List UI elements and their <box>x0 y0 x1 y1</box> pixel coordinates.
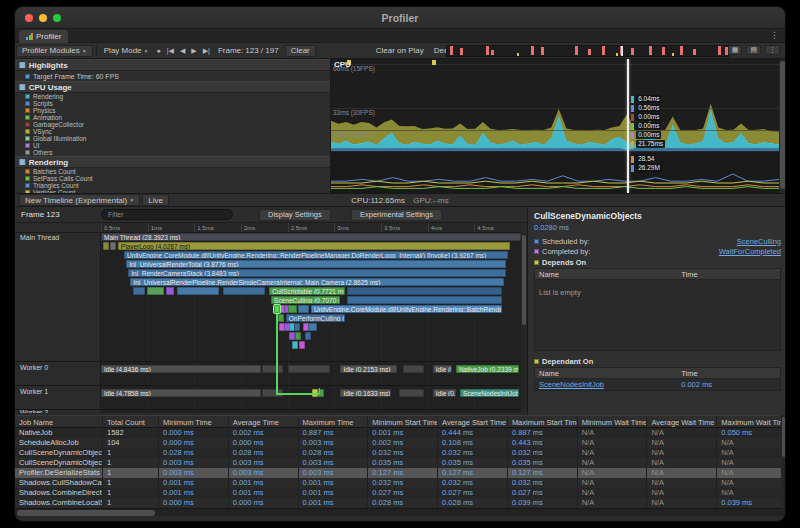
scrollbar-thumb[interactable] <box>782 417 786 457</box>
legend-item-batches-count[interactable]: Batches Count <box>15 168 330 175</box>
timeline-sample-cullscriptable-0-7721-m[interactable]: CullScriptable (0.7721 ms) <box>269 287 345 295</box>
rendering-chart[interactable] <box>331 151 779 193</box>
legend-item-physics[interactable]: Physics <box>15 107 330 114</box>
timeline-sample-inl-rendercamerastack-3[interactable]: Inl_RenderCameraStack (3.8483 ms) <box>128 269 506 277</box>
timeline-sample[interactable] <box>298 305 309 313</box>
table-row-nativejob[interactable]: NativeJob15820.000 ms0.002 ms0.887 ms0.0… <box>15 428 786 438</box>
last-frame-icon[interactable]: ▶| <box>200 47 213 55</box>
scheduled-by-link[interactable]: SceneCulling <box>737 237 781 246</box>
time-column-header[interactable]: Time <box>681 269 776 280</box>
table-row-cullscenedynamicobjects[interactable]: CullSceneDynamicObjects10.028 ms0.028 ms… <box>15 448 786 458</box>
live-toggle[interactable]: Live <box>142 194 169 206</box>
timeline-sample-main-thread-28-3923-ms[interactable]: Main Thread (28.3923 ms) <box>101 233 521 241</box>
cpu-usage-chart[interactable]: 66ms (15FPS)33ms (30FPS)16ms (60FPS) <box>331 59 779 151</box>
timeline-sample[interactable] <box>288 305 297 313</box>
module-header-rendering[interactable]: ▦ Rendering <box>15 156 330 168</box>
dependant-row[interactable]: SceneNodesInitJob0.002 ms <box>535 379 780 390</box>
legend-item-global-illumination[interactable]: Global Illumination <box>15 135 330 142</box>
titlebar[interactable]: Profiler <box>15 7 785 29</box>
legend-item-ui[interactable]: UI <box>15 142 330 149</box>
timeline-sample[interactable] <box>262 365 283 373</box>
thread-label-worker-0[interactable]: Worker 0 <box>20 364 48 371</box>
prev-frame-icon[interactable]: ◀ <box>177 47 188 55</box>
timeline-sample[interactable] <box>110 242 116 250</box>
tab-context-menu-icon[interactable]: ⋮ <box>770 29 779 42</box>
tab-profiler[interactable]: Profiler <box>19 30 68 43</box>
legend-item-setpass-calls-count[interactable]: SetPass Calls Count <box>15 175 330 182</box>
scrollbar-thumb[interactable] <box>17 510 155 516</box>
timeline-sample-idle-0-2153-ms[interactable]: Idle (0.2153 ms) <box>340 365 397 373</box>
warning-marker-icon[interactable] <box>432 60 436 65</box>
next-frame-icon[interactable]: ▶ <box>188 47 199 55</box>
table-row-cullscenedynamicobjectsc[interactable]: CullSceneDynamicObjectsC10.003 ms0.003 m… <box>15 458 786 468</box>
first-frame-icon[interactable]: |◀ <box>164 47 177 55</box>
timeline-sample-onperformculling-0-5294[interactable]: OnPerformCulling (0.5294 ms) <box>286 314 345 322</box>
scrollbar-thumb[interactable] <box>780 61 786 189</box>
play-mode-dropdown[interactable]: Play Mode ▼ <box>99 45 154 57</box>
scrollbar-thumb[interactable] <box>522 235 526 325</box>
record-icon[interactable]: ● <box>154 47 164 54</box>
name-column-header[interactable]: Name <box>539 269 681 280</box>
timeline-view-dropdown[interactable]: New Timeline (Experimental) ▼ <box>19 194 140 206</box>
target-frame-time-row[interactable]: Target Frame Time: 60 FPS <box>15 71 330 81</box>
zoom-window-button[interactable] <box>53 14 61 22</box>
timeline-sample[interactable] <box>103 242 110 250</box>
table-row-shadows-combinedirections[interactable]: Shadows.CombineDirections10.001 ms0.001 … <box>15 488 786 498</box>
timeline-sample-sceneculling-0-7070-ms[interactable]: SceneCulling (0.7070 ms) <box>271 296 340 304</box>
context-menu-icon[interactable]: ⋮ <box>765 45 780 55</box>
table-row-profiler-deserializestats[interactable]: Profiler.DeSerializeStats10.003 ms0.003 … <box>15 468 786 478</box>
close-window-button[interactable] <box>25 14 33 22</box>
timeline-sample-scenenodesinitjob[interactable]: SceneNodesInitJob <box>460 389 519 397</box>
time-column-header[interactable]: Time <box>681 368 776 379</box>
timeline-sample[interactable] <box>347 296 502 304</box>
table-scrollbar[interactable] <box>781 415 786 508</box>
filter-input[interactable] <box>101 209 233 220</box>
timeline-sample[interactable] <box>308 323 316 331</box>
timeline-sample[interactable] <box>278 314 284 322</box>
legend-item-scripts[interactable]: Scripts <box>15 100 330 107</box>
timeline-sample[interactable] <box>299 341 305 349</box>
timeline-sample[interactable] <box>347 287 502 295</box>
legend-item-garbagecollector[interactable]: GarbageCollector <box>15 121 330 128</box>
timeline-sample[interactable] <box>133 287 146 295</box>
timeline-sample-idle-4-7858-ms[interactable]: Idle (4.7858 ms) <box>101 389 261 397</box>
name-column-header[interactable]: Name <box>539 368 681 379</box>
timeline-sample-idle-0-0478-ms[interactable]: Idle (0.0478 ms) <box>433 365 452 373</box>
thread-label-main-thread[interactable]: Main Thread <box>20 234 59 241</box>
timeline-sample[interactable] <box>274 305 280 313</box>
timeline-sample-unityengine-coremodule-d[interactable]: UnityEngine.CoreModule.dll!UnityEngine.R… <box>124 251 508 259</box>
timeline-sample[interactable] <box>147 287 164 295</box>
legend-item-animation[interactable]: Animation <box>15 114 330 121</box>
list-icon[interactable]: ▤ <box>746 45 761 55</box>
timeline-sample-unityengine-coremodule-d[interactable]: UnityEngine.CoreModule.dll!UnityEngine.R… <box>311 305 502 313</box>
dependant-name-link[interactable]: SceneNodesInitJob <box>539 379 681 390</box>
selected-frame-marker[interactable] <box>627 59 629 193</box>
timeline-sample[interactable] <box>223 287 265 295</box>
timeline-sample-inl-universalrenderpipel[interactable]: Inl_UniversalRenderPipeline.RenderSingle… <box>130 278 504 286</box>
timeline-sample-idle-4-8436-ms[interactable]: Idle (4.8436 ms) <box>101 365 261 373</box>
module-header-highlights[interactable]: ▦ Highlights <box>15 59 330 71</box>
layout-grid-icon[interactable]: ▦ <box>728 45 743 55</box>
thread-label-worker-1[interactable]: Worker 1 <box>20 388 48 395</box>
experimental-settings-button[interactable]: Experimental Settings <box>351 209 442 221</box>
module-header-cpu-usage[interactable]: ▦ CPU Usage <box>15 81 330 93</box>
horizontal-scrollbar[interactable] <box>15 508 781 516</box>
timeline-sample-inl-universalrendertotal[interactable]: Inl_UniversalRenderTotal (3.8776 ms) <box>126 260 506 268</box>
timeline-sample[interactable] <box>292 341 298 349</box>
timeline-sample[interactable] <box>403 365 424 373</box>
clear-on-play-toggle[interactable]: Clear on Play <box>371 45 429 57</box>
timeline-canvas[interactable]: Main Thread (28.3923 ms)PlayerLoop (4.02… <box>101 233 521 413</box>
legend-item-vsync[interactable]: VSync <box>15 128 330 135</box>
timeline-sample[interactable] <box>399 389 424 397</box>
timeline-sample-nativejob-0-2339-ms[interactable]: NativeJob (0.2339 ms) <box>456 365 519 373</box>
display-settings-button[interactable]: Display Settings <box>259 209 331 221</box>
frames-overview-strip[interactable] <box>446 45 729 57</box>
minimize-window-button[interactable] <box>39 14 47 22</box>
legend-item-rendering[interactable]: Rendering <box>15 93 330 100</box>
completed-by-link[interactable]: WaitForCompleted <box>719 247 781 256</box>
timeline-sample[interactable] <box>177 287 219 295</box>
profiler-modules-dropdown[interactable]: Profiler Modules ▼ <box>16 45 93 57</box>
legend-item-others[interactable]: Others <box>15 149 330 156</box>
timeline-sample[interactable] <box>294 323 300 331</box>
clear-button[interactable]: Clear <box>285 45 316 57</box>
